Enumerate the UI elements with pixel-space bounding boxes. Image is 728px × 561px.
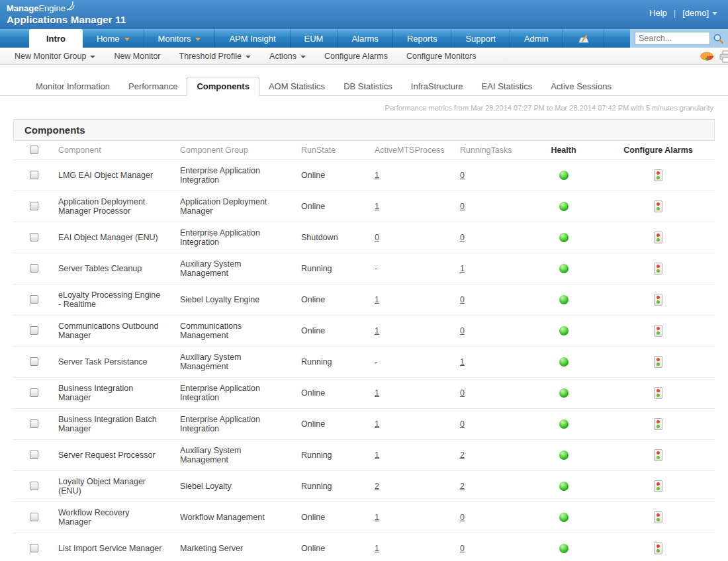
running-tasks-link[interactable]: 1 <box>460 264 465 273</box>
component-name[interactable]: Communications Outbound Manager <box>58 322 158 340</box>
health-status-icon[interactable] <box>559 513 569 522</box>
running-tasks-link[interactable]: 0 <box>460 513 465 522</box>
component-name[interactable]: Loyalty Object Manager (ENU) <box>58 477 146 496</box>
configure-alarms-icon[interactable] <box>654 387 662 399</box>
active-mts-process-link[interactable]: 1 <box>375 388 379 398</box>
nav-item-support[interactable]: Support <box>451 29 510 48</box>
tab-performance[interactable]: Performance <box>119 77 187 95</box>
running-tasks-link[interactable]: 0 <box>460 171 465 180</box>
running-tasks-link[interactable]: 2 <box>460 451 465 460</box>
health-status-icon[interactable] <box>559 544 569 553</box>
active-mts-process-link[interactable]: 1 <box>375 451 379 460</box>
printer-icon[interactable] <box>719 50 728 63</box>
row-checkbox[interactable] <box>30 451 38 459</box>
configure-alarms-icon[interactable] <box>654 418 662 430</box>
active-mts-process-link[interactable]: 1 <box>375 171 379 180</box>
tab-infrastructure[interactable]: InfraStructure <box>402 77 473 95</box>
row-checkbox[interactable] <box>30 419 38 428</box>
health-status-icon[interactable] <box>559 264 569 273</box>
active-mts-process-link[interactable]: 1 <box>375 295 379 304</box>
health-status-icon[interactable] <box>559 482 569 491</box>
row-checkbox[interactable] <box>30 482 38 490</box>
configure-alarms-icon[interactable] <box>654 325 662 337</box>
health-status-icon[interactable] <box>559 326 569 335</box>
component-name[interactable]: List Import Service Manager <box>58 544 161 553</box>
search-input[interactable] <box>635 32 710 45</box>
running-tasks-link[interactable]: 2 <box>460 482 465 491</box>
health-status-icon[interactable] <box>559 388 569 398</box>
health-status-icon[interactable] <box>559 202 569 211</box>
active-mts-process-link[interactable]: 2 <box>375 482 379 491</box>
configure-alarms-icon[interactable] <box>654 169 662 181</box>
running-tasks-link[interactable]: 0 <box>460 295 465 304</box>
nav-item-home[interactable]: Home <box>83 29 144 48</box>
nav-item-apm-insight[interactable]: APM Insight <box>215 29 290 48</box>
active-mts-process-link[interactable]: 1 <box>375 419 379 429</box>
row-checkbox[interactable] <box>30 513 38 521</box>
tab-db-statistics[interactable]: DB Statistics <box>334 77 402 95</box>
health-status-icon[interactable] <box>559 419 569 429</box>
nav-item-alarms[interactable]: Alarms <box>338 29 392 48</box>
configure-alarms-icon[interactable] <box>654 200 662 212</box>
active-mts-process-link[interactable]: 1 <box>375 326 379 335</box>
health-status-icon[interactable] <box>559 171 569 180</box>
running-tasks-link[interactable]: 0 <box>460 544 465 553</box>
nav-item-eum[interactable]: EUM <box>291 29 338 48</box>
user-menu[interactable]: [demo] <box>682 8 717 18</box>
component-name[interactable]: EAI Object Manager (ENU) <box>58 233 158 242</box>
configure-alarms-icon[interactable] <box>654 480 662 492</box>
configure-alarms-icon[interactable] <box>654 356 662 368</box>
toolbar-item-configure-monitors[interactable]: Configure Monitors <box>397 52 486 61</box>
active-mts-process-link[interactable]: 1 <box>375 202 379 211</box>
active-mts-process-link[interactable]: 1 <box>375 544 379 553</box>
search-icon[interactable] <box>713 33 724 44</box>
tab-aom-statistics[interactable]: AOM Statistics <box>259 77 334 95</box>
nav-item-monitors[interactable]: Monitors <box>144 29 216 48</box>
row-checkbox[interactable] <box>30 171 38 179</box>
component-name[interactable]: LMG EAI Object Manager <box>58 171 153 180</box>
component-name[interactable]: Server Task Persistance <box>58 357 148 367</box>
configure-alarms-icon[interactable] <box>654 542 662 554</box>
component-name[interactable]: Server Tables Cleanup <box>58 264 142 273</box>
toolbar-item-configure-alarms[interactable]: Configure Alarms <box>315 52 397 61</box>
pie-chart-icon[interactable] <box>700 51 714 62</box>
component-name[interactable]: Business Integration Batch Manager <box>58 415 157 433</box>
nav-item-edit[interactable] <box>563 29 604 48</box>
running-tasks-link[interactable]: 0 <box>460 388 465 398</box>
health-status-icon[interactable] <box>559 295 569 304</box>
row-checkbox[interactable] <box>30 202 38 210</box>
configure-alarms-icon[interactable] <box>654 449 662 461</box>
running-tasks-link[interactable]: 0 <box>460 419 465 429</box>
tab-monitor-information[interactable]: Monitor Information <box>26 77 119 95</box>
health-status-icon[interactable] <box>559 357 569 367</box>
nav-item-admin[interactable]: Admin <box>510 29 563 48</box>
nav-item-reports[interactable]: Reports <box>393 29 452 48</box>
toolbar-item-actions[interactable]: Actions <box>260 52 315 61</box>
running-tasks-link[interactable]: 0 <box>460 233 465 242</box>
active-mts-process-link[interactable]: 1 <box>375 513 379 522</box>
component-name[interactable]: eLoyalty Processing Engine - Realtime <box>58 290 160 309</box>
tab-active-sessions[interactable]: Active Sessions <box>541 77 621 95</box>
row-checkbox[interactable] <box>30 544 38 552</box>
running-tasks-link[interactable]: 0 <box>460 326 465 335</box>
component-name[interactable]: Workflow Recovery Manager <box>58 508 129 527</box>
row-checkbox[interactable] <box>30 388 38 397</box>
component-name[interactable]: Business Integration Manager <box>58 384 133 402</box>
tab-components[interactable]: Components <box>187 77 259 96</box>
row-checkbox[interactable] <box>30 295 38 304</box>
row-checkbox[interactable] <box>30 326 38 335</box>
row-checkbox[interactable] <box>30 233 38 241</box>
toolbar-item-new-monitor[interactable]: New Monitor <box>105 52 169 61</box>
select-all-checkbox[interactable] <box>30 146 38 154</box>
active-mts-process-link[interactable]: 0 <box>375 233 379 242</box>
tab-eai-statistics[interactable]: EAI Statistics <box>473 77 542 95</box>
component-name[interactable]: Application Deployment Manager Processor <box>58 197 145 216</box>
toolbar-item-threshold-profile[interactable]: Threshold Profile <box>170 52 261 61</box>
health-status-icon[interactable] <box>559 451 569 460</box>
configure-alarms-icon[interactable] <box>654 294 662 306</box>
component-name[interactable]: Server Request Processor <box>58 451 156 460</box>
row-checkbox[interactable] <box>30 264 38 273</box>
help-link[interactable]: Help <box>649 8 667 18</box>
row-checkbox[interactable] <box>30 357 38 366</box>
nav-item-intro[interactable]: Intro <box>29 29 83 48</box>
